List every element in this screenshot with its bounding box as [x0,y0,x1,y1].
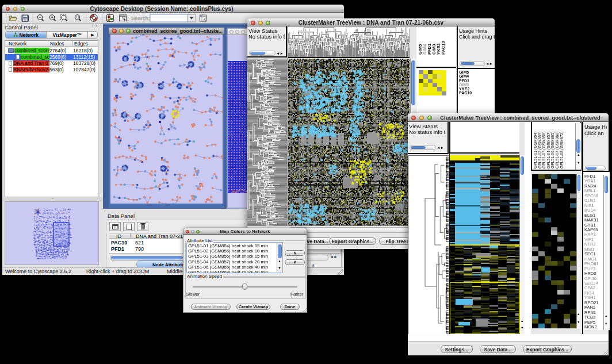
svg-text:Search:: Search: [131,15,150,21]
svg-text:1:1: 1:1 [75,16,79,19]
